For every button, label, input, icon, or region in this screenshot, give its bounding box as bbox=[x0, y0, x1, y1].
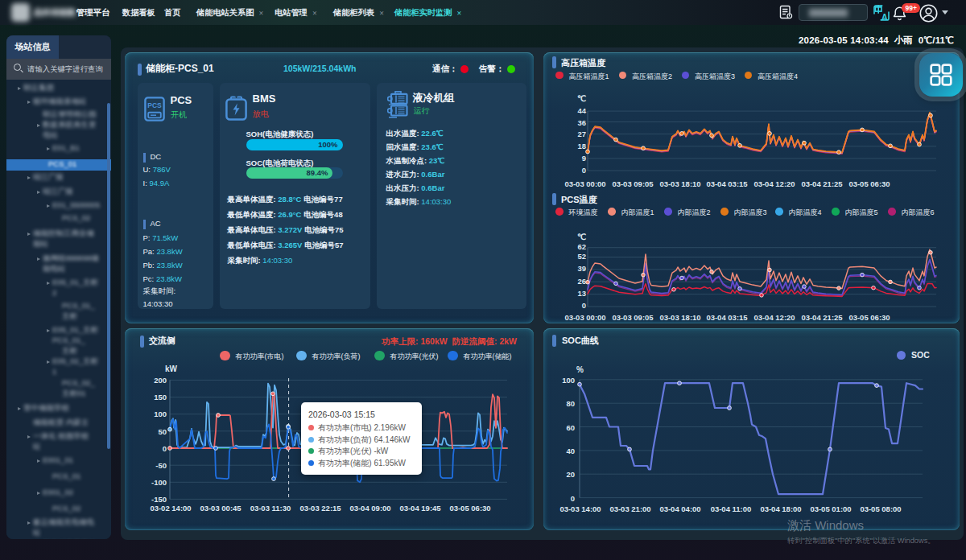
svg-text:PCS: PCS bbox=[147, 101, 162, 109]
svg-text:A: A bbox=[881, 12, 888, 22]
